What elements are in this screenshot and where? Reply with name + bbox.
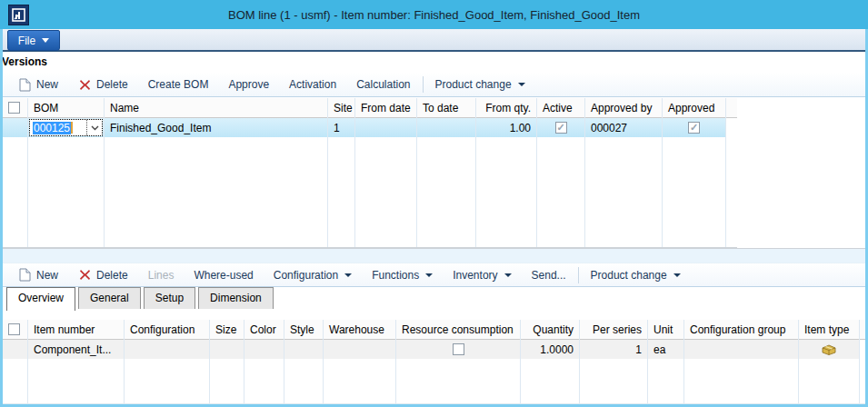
create-bom-button[interactable]: Create BOM [138, 75, 219, 94]
lines-tabstrip: Overview General Setup Dimension [3, 287, 865, 312]
file-menu-label: File [18, 35, 35, 47]
column-header-resource-consumption[interactable]: Resource consumption [396, 320, 520, 340]
tab-dimension[interactable]: Dimension [198, 287, 274, 309]
column-header-warehouse[interactable]: Warehouse [324, 320, 395, 340]
calculation-label: Calculation [356, 78, 410, 91]
product-change-menu-button[interactable]: Product change [581, 266, 691, 284]
column-header-style[interactable]: Style [284, 320, 323, 340]
select-all-checkbox[interactable] [8, 102, 20, 114]
style-cell[interactable] [284, 340, 323, 359]
column-header-to-date[interactable]: To date [417, 98, 475, 118]
from-qty-cell[interactable]: 1.00 [476, 118, 536, 137]
product-change-menu-button[interactable]: Product change [425, 75, 535, 94]
column-header-approved[interactable]: Approved [663, 98, 725, 118]
column-header-blank [726, 98, 737, 118]
new-button[interactable]: New [8, 75, 68, 94]
chevron-down-icon [673, 273, 681, 277]
delete-x-icon [78, 268, 92, 282]
window-title: BOM line (1 - usmf) - Item number: Finis… [0, 8, 868, 22]
active-cell [537, 118, 584, 137]
size-cell[interactable] [210, 340, 244, 359]
bom-cell: 000125 [28, 118, 104, 137]
chevron-down-icon [518, 83, 525, 86]
lines-toolbar: New Delete Lines Where-used Configuratio… [3, 263, 865, 287]
column-header-bom[interactable]: BOM [28, 98, 104, 118]
row-selector-cell[interactable] [3, 340, 27, 359]
column-header-item-number[interactable]: Item number [28, 320, 124, 340]
color-cell[interactable] [244, 340, 284, 359]
chevron-down-icon [504, 273, 512, 277]
per-series-cell[interactable]: 1 [580, 340, 647, 359]
column-header-approved-by[interactable]: Approved by [585, 98, 662, 118]
column-header-size[interactable]: Size [210, 320, 244, 340]
column-header-active[interactable]: Active [537, 98, 584, 118]
column-header-site[interactable]: Site [328, 98, 354, 118]
send-button[interactable]: Send... [522, 266, 576, 284]
column-header-unit[interactable]: Unit [648, 320, 683, 340]
configuration-group-cell[interactable] [684, 340, 798, 359]
resource-consumption-checkbox[interactable] [453, 343, 464, 355]
column-header-name[interactable]: Name [105, 98, 327, 118]
site-cell[interactable]: 1 [328, 118, 354, 137]
inventory-menu-button[interactable]: Inventory [443, 266, 521, 284]
menu-bar: File [0, 29, 868, 52]
delete-button-label: Delete [96, 78, 128, 91]
column-header-color[interactable]: Color [244, 320, 284, 340]
box-icon [821, 343, 837, 355]
column-header-item-type[interactable]: Item type [799, 320, 859, 340]
column-header-from-qty[interactable]: From qty. [476, 98, 536, 118]
warehouse-cell[interactable] [324, 340, 395, 359]
select-all-checkbox-header[interactable] [3, 98, 27, 118]
approved-by-cell[interactable]: 000027 [585, 118, 662, 137]
select-all-checkbox[interactable] [8, 323, 20, 335]
versions-section-label: Versions [2, 55, 47, 68]
active-checkbox[interactable] [555, 122, 567, 134]
file-menu-button[interactable]: File [7, 30, 60, 51]
configuration-menu-button[interactable]: Configuration [264, 266, 362, 284]
item-number-cell[interactable]: Component_It... [28, 340, 124, 359]
item-type-cell [799, 340, 859, 359]
calculation-button[interactable]: Calculation [346, 75, 420, 94]
column-header-configuration[interactable]: Configuration [125, 320, 209, 340]
bom-dropdown-button[interactable] [86, 120, 102, 135]
activation-button[interactable]: Activation [279, 75, 346, 94]
inventory-label: Inventory [453, 269, 497, 282]
functions-menu-button[interactable]: Functions [362, 266, 443, 284]
column-header-quantity[interactable]: Quantity [521, 320, 579, 340]
new-button-label: New [36, 269, 58, 282]
bom-combobox[interactable]: 000125 [29, 119, 103, 136]
bom-line-window: BOM line (1 - usmf) - Item number: Finis… [0, 0, 868, 407]
select-all-checkbox-header[interactable] [3, 320, 27, 340]
column-header-per-series[interactable]: Per series [580, 320, 647, 340]
new-button-label: New [36, 78, 58, 91]
chevron-down-icon [91, 125, 99, 131]
quantity-cell[interactable]: 1.0000 [521, 340, 579, 359]
tab-overview[interactable]: Overview [6, 287, 75, 311]
where-used-button[interactable]: Where-used [184, 266, 263, 284]
delete-button[interactable]: Delete [68, 265, 138, 284]
product-change-label: Product change [591, 269, 667, 282]
approve-label: Approve [228, 78, 269, 91]
approve-button[interactable]: Approve [218, 75, 279, 94]
name-cell[interactable]: Finished_Good_Item [105, 118, 327, 137]
column-header-configuration-group[interactable]: Configuration group [684, 320, 798, 340]
versions-grid: BOM 000125 Name Finished_Good_Item Site … [3, 98, 737, 248]
tab-general[interactable]: General [78, 287, 141, 309]
unit-cell[interactable]: ea [648, 340, 683, 359]
delete-button[interactable]: Delete [68, 75, 138, 94]
configuration-cell[interactable] [125, 340, 209, 359]
from-date-cell[interactable] [355, 118, 416, 137]
toolbar-separator [423, 76, 424, 93]
approved-checkbox[interactable] [688, 122, 700, 134]
resource-consumption-cell [396, 340, 520, 359]
configuration-label: Configuration [274, 269, 338, 282]
tab-setup[interactable]: Setup [144, 287, 195, 309]
delete-button-label: Delete [96, 269, 128, 282]
functions-label: Functions [372, 269, 419, 282]
new-button[interactable]: New [8, 265, 68, 284]
to-date-cell[interactable] [417, 118, 475, 137]
section-splitter[interactable] [3, 248, 865, 263]
column-header-from-date[interactable]: From date [355, 98, 416, 118]
row-selector-cell[interactable] [3, 118, 27, 137]
lines-grid: Item number Component_It... Configuratio… [3, 320, 868, 404]
